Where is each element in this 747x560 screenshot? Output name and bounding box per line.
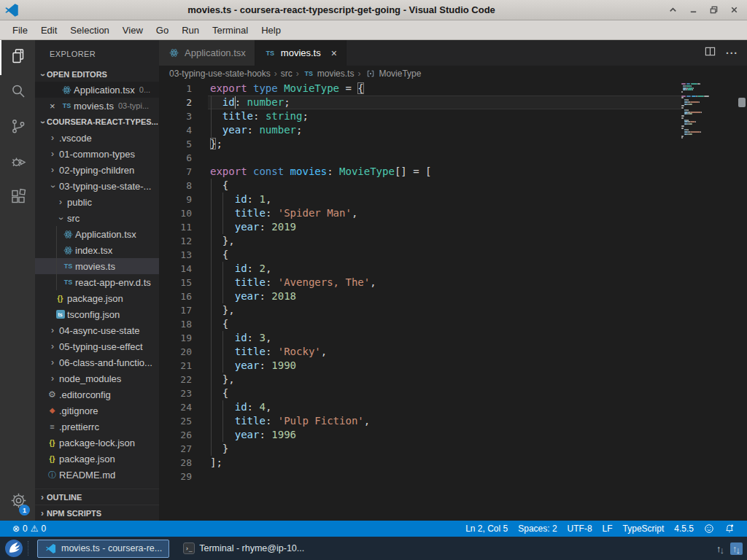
menu-item-terminal[interactable]: Terminal <box>206 20 255 39</box>
code-line[interactable]: 13 { <box>159 248 681 262</box>
code-line[interactable]: 26 year: 1996 <box>159 428 681 442</box>
tab-movies-ts[interactable]: TSmovies.ts× <box>255 40 347 66</box>
breadcrumb-item[interactable]: 03-typing-use-state-hooks <box>169 69 271 79</box>
tree-item[interactable]: ›.vscode <box>35 130 159 146</box>
tree-item[interactable]: ›node_modules <box>35 370 159 386</box>
code-line[interactable]: 6 <box>159 151 681 165</box>
code-line[interactable]: 20 title: 'Rocky', <box>159 345 681 359</box>
code-line[interactable]: 16 year: 2018 <box>159 289 681 303</box>
tree-item[interactable]: ›06-class-and-functio... <box>35 354 159 370</box>
menu-item-file[interactable]: File <box>6 20 34 39</box>
tree-item[interactable]: ›04-async-use-state <box>35 322 159 338</box>
code-line[interactable]: 5}; <box>159 137 681 151</box>
tree-item[interactable]: ≡.prettierrc <box>35 419 159 435</box>
code-line[interactable]: 27 } <box>159 442 681 456</box>
encoding[interactable]: UTF-8 <box>562 524 597 534</box>
code-line[interactable]: 11 year: 2019 <box>159 220 681 234</box>
code-line[interactable]: 4 year: number; <box>159 123 681 137</box>
notifications-bell-icon[interactable] <box>719 524 740 534</box>
eol-indicator[interactable]: LF <box>597 524 618 534</box>
tree-item[interactable]: ›public <box>35 194 159 210</box>
app-menu-button[interactable] <box>4 539 23 558</box>
tree-item[interactable]: Application.tsx <box>35 226 159 242</box>
tree-item[interactable]: ⓘREADME.md <box>35 467 159 483</box>
search-activity-button[interactable] <box>0 75 35 110</box>
tree-item[interactable]: ›02-typing-children <box>35 162 159 178</box>
split-editor-button[interactable] <box>705 46 716 60</box>
code-line[interactable]: 17 }, <box>159 303 681 317</box>
tree-item[interactable]: ›01-common-types <box>35 146 159 162</box>
minimap[interactable] <box>681 83 737 141</box>
tree-item[interactable]: ⚙.editorconfig <box>35 386 159 402</box>
tree-item[interactable]: {}package.json <box>35 290 159 306</box>
menu-item-go[interactable]: Go <box>150 20 175 39</box>
menu-item-edit[interactable]: Edit <box>34 20 63 39</box>
typescript-version[interactable]: 4.5.5 <box>669 524 699 534</box>
problems-status[interactable]: ⊗ 0 ⚠ 0 <box>7 524 51 534</box>
shade-window-button[interactable] <box>667 4 678 16</box>
maximize-button[interactable] <box>708 4 719 16</box>
open-editor-item[interactable]: ×TSmovies.ts03-typi... <box>35 98 159 114</box>
taskbar-window-button[interactable]: movies.ts - coursera-re... <box>37 540 169 558</box>
tree-item[interactable]: ›05-typing-use-effect <box>35 338 159 354</box>
menu-item-selection[interactable]: Selection <box>63 20 115 39</box>
code-line[interactable]: 18 { <box>159 317 681 331</box>
menu-item-help[interactable]: Help <box>255 20 287 39</box>
taskbar-window-button[interactable]: ›_Terminal - rhyme@ip-10... <box>175 540 311 558</box>
code-line[interactable]: 8 { <box>159 179 681 192</box>
manage-button[interactable]: 1 <box>0 483 35 521</box>
tree-item[interactable]: ›03-typing-use-state-... <box>35 178 159 194</box>
feedback-icon[interactable] <box>699 524 719 534</box>
open-editor-item[interactable]: Application.tsx0... <box>35 82 159 98</box>
code-line[interactable]: 24 id: 4, <box>159 400 681 414</box>
npm-scripts-header[interactable]: › NPM SCRIPTS <box>35 505 159 521</box>
code-line[interactable]: 1export type MovieType = { <box>159 82 681 96</box>
breadcrumb-item[interactable]: src <box>281 69 293 79</box>
cursor-position[interactable]: Ln 2, Col 5 <box>460 524 513 534</box>
run-debug-activity-button[interactable] <box>0 145 35 180</box>
menu-item-run[interactable]: Run <box>175 20 206 39</box>
indentation[interactable]: Spaces: 2 <box>513 524 562 534</box>
code-line[interactable]: 10 title: 'Spider Man', <box>159 206 681 220</box>
code-line[interactable]: 9 id: 1, <box>159 192 681 206</box>
code-line[interactable]: 19 id: 3, <box>159 331 681 345</box>
code-line[interactable]: 21 year: 1990 <box>159 359 681 373</box>
close-tab-icon[interactable]: × <box>331 48 337 58</box>
code-line[interactable]: 14 id: 2, <box>159 262 681 276</box>
tree-item[interactable]: index.tsx <box>35 242 159 258</box>
code-line[interactable]: 25 title: 'Pulp Fiction', <box>159 414 681 428</box>
more-actions-button[interactable]: ··· <box>726 47 738 59</box>
minimize-button[interactable] <box>687 4 699 16</box>
outline-header[interactable]: › OUTLINE <box>35 489 159 505</box>
close-editor-icon[interactable]: × <box>50 101 61 112</box>
code-line[interactable]: 22 }, <box>159 373 681 386</box>
network-traffic-icon-active[interactable]: ↑↓ <box>730 542 743 555</box>
code-line[interactable]: 12 }, <box>159 234 681 248</box>
network-traffic-icon[interactable]: ↑↓ <box>714 542 727 555</box>
tree-item[interactable]: {}package-lock.json <box>35 435 159 451</box>
project-root-header[interactable]: › COURSERA-REACT-TYPES... <box>35 114 159 130</box>
tree-item[interactable]: {}package.json <box>35 451 159 467</box>
extensions-activity-button[interactable] <box>0 180 35 215</box>
tree-item[interactable]: TSmovies.ts <box>35 258 159 274</box>
tree-item[interactable]: ›src <box>35 210 159 226</box>
code-line[interactable]: 28]; <box>159 456 681 470</box>
code-line[interactable]: 23 { <box>159 386 681 400</box>
code-line[interactable]: 2 id: number; <box>159 96 681 109</box>
breadcrumb-item[interactable]: MovieType <box>364 69 421 79</box>
code-line[interactable]: 3 title: string; <box>159 109 681 123</box>
code-editor[interactable]: 1export type MovieType = {2 id: number;3… <box>159 82 747 521</box>
tree-item[interactable]: ◆.gitignore <box>35 402 159 419</box>
source-control-activity-button[interactable] <box>0 110 35 145</box>
code-line[interactable]: 15 title: 'Avengers, The', <box>159 276 681 289</box>
breadcrumb-item[interactable]: TSmovies.ts <box>303 69 355 79</box>
tree-item[interactable]: tstsconfig.json <box>35 306 159 322</box>
close-window-button[interactable] <box>728 4 740 16</box>
code-line[interactable]: 29 <box>159 470 681 483</box>
tab-application-tsx[interactable]: Application.tsx <box>159 40 255 66</box>
open-editors-header[interactable]: › OPEN EDITORS <box>35 67 159 82</box>
code-line[interactable]: 7export const movies: MovieType[] = [ <box>159 165 681 179</box>
explorer-activity-button[interactable] <box>0 40 35 75</box>
tree-item[interactable]: TSreact-app-env.d.ts <box>35 274 159 290</box>
language-mode[interactable]: TypeScript <box>618 524 670 534</box>
